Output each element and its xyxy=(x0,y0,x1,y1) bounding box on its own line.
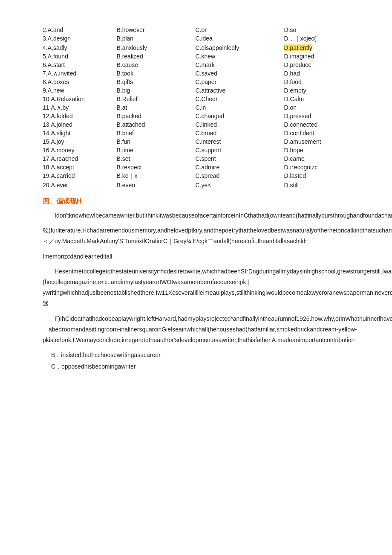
qa-option-c: C.attractive xyxy=(195,86,284,95)
qa-option-b: B.respect xyxy=(116,163,195,171)
qa-number: 9.A.new xyxy=(43,86,116,95)
table-row: 16.A.moneyB.timeC.supportD.hope xyxy=(43,146,358,154)
qa-option-c: C.spent xyxy=(195,154,284,163)
table-row: 2.A.andB.howeverC.orD.so xyxy=(43,26,358,34)
table-row: 19.A.carriedB.ke｜xC.spreadD.lasted xyxy=(43,171,358,181)
reading-para5: F)IhCideathatlhadcobeaplaywright,leftHar… xyxy=(43,314,358,346)
qa-option-d: D.so xyxy=(284,26,358,34)
qa-option-d: D.lasted xyxy=(284,171,358,181)
qa-option-b: B.cause xyxy=(116,61,195,69)
answer-b: B．insistedthathcchoosewritingasacareer xyxy=(51,350,358,360)
qa-option-b: B.gifts xyxy=(116,78,195,86)
table-row: 4.A.sadlyB.anxiouslyC.disappoinledlyD.pa… xyxy=(43,44,358,52)
qa-option-c: C.saved xyxy=(195,69,284,78)
qa-option-d: D.patiently xyxy=(284,44,358,52)
table-row: 3.A.designB.planC.ideaD．｜xojec( xyxy=(43,34,358,44)
qa-option-b: B.at xyxy=(116,103,195,112)
qa-option-d: D.ı*ecognizc xyxy=(284,163,358,171)
qa-option-c: C.Cheer xyxy=(195,95,284,103)
qa-number: 6.A.start xyxy=(43,61,116,69)
qa-option-b: B.realized xyxy=(116,52,195,61)
qa-number: 13.A.joined xyxy=(43,120,116,129)
reading-section: Idon'tknowhowIbecameawriter,butIthinkitw… xyxy=(43,210,358,372)
qa-option-c: C.spread xyxy=(195,171,284,181)
table-row: 5.A.foundB.realizedC.knewD.imagined xyxy=(43,52,358,61)
table-row: 14.A.slightB.briefC.broadD.confident xyxy=(43,129,358,137)
qa-option-d: D.still xyxy=(284,181,358,189)
qa-option-b: B.set xyxy=(116,154,195,163)
reading-para2: 狡)furliterature.Hchadatremendousmemory,a… xyxy=(43,225,358,247)
qa-option-c: C.linked xyxy=(195,120,284,129)
qa-option-c: C.changed xyxy=(195,112,284,120)
table-row: 17.A.reachedB.setC.spentD.came xyxy=(43,154,358,163)
qa-option-b: B.fun xyxy=(116,137,195,146)
qa-option-d: D.produce xyxy=(284,61,358,69)
table-row: 8.A.boxesB.giftsC.paperD.food xyxy=(43,78,358,86)
qa-option-d: D．｜xojec( xyxy=(284,34,358,44)
qa-option-b: B.brief xyxy=(116,129,195,137)
qa-number: 16.A.money xyxy=(43,146,116,154)
reading-para1: Idon'tknowhowIbecameawriter,butIthinkitw… xyxy=(43,210,358,221)
qa-option-d: D.confident xyxy=(284,129,358,137)
table-row: 15.A.joyB.funC.interestD.amusement xyxy=(43,137,358,146)
qa-option-d: D.imagined xyxy=(284,52,358,61)
qa-option-c: C.interest xyxy=(195,137,284,146)
qa-option-d: D.connected xyxy=(284,120,358,129)
qa-option-c: C.admire xyxy=(195,163,284,171)
qa-option-c: C.ye< xyxy=(195,181,284,189)
qa-number: 2.A.and xyxy=(43,26,116,34)
qa-option-b: B.ke｜x xyxy=(116,171,195,181)
qa-option-b: B.packed xyxy=(116,112,195,120)
qa-option-b: B.anxiously xyxy=(116,44,195,52)
reading-para4: Hesentmetocollegetothestateuniversityᴦhc… xyxy=(43,266,358,309)
qa-option-c: C.in xyxy=(195,103,284,112)
table-row: 6.A.startB.causeC.markD.produce xyxy=(43,61,358,69)
qa-number: 20.A.ever xyxy=(43,181,116,189)
qa-number: 18.A.accept xyxy=(43,163,116,171)
qa-number: 15.A.joy xyxy=(43,137,116,146)
table-row: 20.A.everB.evenC.ye<D.still xyxy=(43,181,358,189)
qa-option-b: B.took xyxy=(116,69,195,78)
reading-para3: Imemorizcdandlearneditall. xyxy=(43,251,358,262)
qa-number: 8.A.boxes xyxy=(43,78,116,86)
qa-option-b: B.plan xyxy=(116,34,195,44)
qa-option-d: D.Calm xyxy=(284,95,358,103)
qa-number: 4.A.sadly xyxy=(43,44,116,52)
table-row: 13.A.joinedB.attachedC.linkedD.connected xyxy=(43,120,358,129)
qa-option-c: C.mark xyxy=(195,61,284,69)
qa-number: 5.A.found xyxy=(43,52,116,61)
qa-number: 3.A.design xyxy=(43,34,116,44)
qa-number: 19.A.carried xyxy=(43,171,116,181)
qa-option-b: B.time xyxy=(116,146,195,154)
qa-number: 7.A.∧.invited xyxy=(43,69,116,78)
qa-number: 12.A.folded xyxy=(43,112,116,120)
qa-number: 10.A.Relaxation xyxy=(43,95,116,103)
qa-option-b: B.Relief xyxy=(116,95,195,103)
qa-option-d: D.empty xyxy=(284,86,358,95)
qa-option-d: D.pressed xyxy=(284,112,358,120)
qa-number: 17.A.reached xyxy=(43,154,116,163)
qa-number: 11.A.∧.by xyxy=(43,103,116,112)
qa-option-d: D.came xyxy=(284,154,358,163)
qa-option-c: C.idea xyxy=(195,34,284,44)
qa-option-d: D.food xyxy=(284,78,358,86)
qa-option-c: C.paper xyxy=(195,78,284,86)
qa-option-b: B.even xyxy=(116,181,195,189)
qa-option-c: C.or xyxy=(195,26,284,34)
qa-option-c: C.support xyxy=(195,146,284,154)
qa-option-d: D.hope xyxy=(284,146,358,154)
qa-number: 14.A.slight xyxy=(43,129,116,137)
table-row: 7.A.∧.invitedB.tookC.savedD.had xyxy=(43,69,358,78)
qa-option-c: C.disappoinledly xyxy=(195,44,284,52)
table-row: 18.A.acceptB.respectC.admireD.ı*ecognizc xyxy=(43,163,358,171)
qa-option-b: B.however xyxy=(116,26,195,34)
qa-option-b: B.big xyxy=(116,86,195,95)
qa-table: 2.A.andB.howeverC.orD.so3.A.designB.plan… xyxy=(43,26,358,189)
qa-option-c: C.knew xyxy=(195,52,284,61)
qa-option-d: D.had xyxy=(284,69,358,78)
table-row: 9.A.newB.bigC.attractiveD.empty xyxy=(43,86,358,95)
table-row: 12.A.foldedB.packedC.changedD.pressed xyxy=(43,112,358,120)
table-row: 11.A.∧.byB.atC.inD.on xyxy=(43,103,358,112)
qa-option-c: C.broad xyxy=(195,129,284,137)
section-heading: 四、偏读现H xyxy=(43,197,358,206)
